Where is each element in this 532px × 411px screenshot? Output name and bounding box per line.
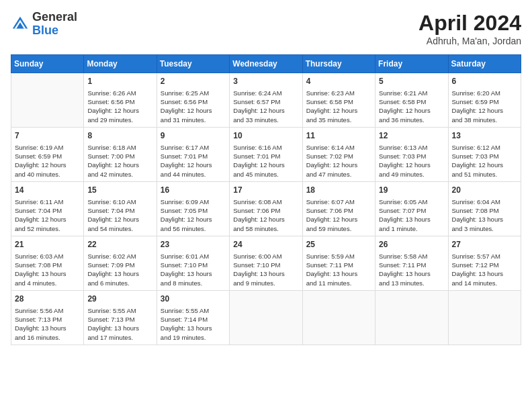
day-number: 9 [161, 130, 226, 142]
day-number: 20 [452, 185, 517, 196]
calendar-cell: 10Sunrise: 6:16 AM Sunset: 7:01 PM Dayli… [230, 127, 302, 181]
day-number: 24 [233, 239, 298, 250]
page-header: General Blue April 2024 Adhruh, Ma'an, J… [11, 11, 521, 46]
day-info: Sunrise: 5:59 AM Sunset: 7:11 PM Dayligh… [306, 252, 371, 287]
day-info: Sunrise: 6:13 AM Sunset: 7:03 PM Dayligh… [379, 143, 444, 179]
calendar-cell [448, 290, 521, 345]
day-of-week-header: Monday [84, 55, 157, 73]
location-text: Adhruh, Ma'an, Jordan [418, 36, 521, 46]
calendar-cell: 11Sunrise: 6:14 AM Sunset: 7:02 PM Dayli… [302, 127, 375, 181]
week-row: 7Sunrise: 6:19 AM Sunset: 6:59 PM Daylig… [11, 127, 521, 181]
day-info: Sunrise: 6:21 AM Sunset: 6:58 PM Dayligh… [379, 89, 444, 124]
day-number: 15 [87, 185, 152, 196]
calendar-cell: 25Sunrise: 5:59 AM Sunset: 7:11 PM Dayli… [302, 236, 375, 290]
calendar-cell: 26Sunrise: 5:58 AM Sunset: 7:11 PM Dayli… [375, 236, 448, 290]
day-number: 7 [15, 130, 80, 142]
month-title: April 2024 [418, 11, 521, 36]
day-number: 17 [233, 185, 298, 196]
day-info: Sunrise: 6:19 AM Sunset: 6:59 PM Dayligh… [15, 143, 80, 179]
calendar-table: SundayMondayTuesdayWednesdayThursdayFrid… [11, 54, 521, 345]
day-number: 23 [161, 239, 226, 250]
day-info: Sunrise: 6:08 AM Sunset: 7:06 PM Dayligh… [233, 197, 298, 233]
day-info: Sunrise: 6:26 AM Sunset: 6:56 PM Dayligh… [87, 89, 152, 124]
header-row: SundayMondayTuesdayWednesdayThursdayFrid… [11, 55, 521, 73]
day-info: Sunrise: 6:23 AM Sunset: 6:58 PM Dayligh… [306, 89, 371, 124]
calendar-cell: 19Sunrise: 6:05 AM Sunset: 7:07 PM Dayli… [375, 181, 448, 236]
calendar-cell [11, 73, 84, 128]
calendar-cell [302, 290, 375, 345]
day-number: 2 [161, 76, 226, 87]
day-info: Sunrise: 6:25 AM Sunset: 6:56 PM Dayligh… [161, 89, 226, 124]
day-of-week-header: Tuesday [157, 55, 229, 73]
day-number: 5 [379, 76, 444, 87]
calendar-cell: 15Sunrise: 6:10 AM Sunset: 7:04 PM Dayli… [84, 181, 157, 236]
calendar-cell: 8Sunrise: 6:18 AM Sunset: 7:00 PM Daylig… [84, 127, 157, 181]
day-info: Sunrise: 6:02 AM Sunset: 7:09 PM Dayligh… [87, 252, 152, 287]
day-number: 3 [233, 76, 298, 87]
week-row: 14Sunrise: 6:11 AM Sunset: 7:04 PM Dayli… [11, 181, 521, 236]
calendar-cell: 20Sunrise: 6:04 AM Sunset: 7:08 PM Dayli… [448, 181, 521, 236]
day-number: 30 [161, 293, 226, 305]
day-number: 1 [87, 76, 152, 87]
week-row: 1Sunrise: 6:26 AM Sunset: 6:56 PM Daylig… [11, 73, 521, 128]
logo: General Blue [11, 11, 77, 38]
day-number: 27 [452, 239, 517, 250]
title-block: April 2024 Adhruh, Ma'an, Jordan [418, 11, 521, 46]
logo-general-text: General [32, 11, 77, 24]
calendar-cell: 1Sunrise: 6:26 AM Sunset: 6:56 PM Daylig… [84, 73, 157, 128]
day-number: 18 [306, 185, 371, 196]
calendar-cell: 21Sunrise: 6:03 AM Sunset: 7:08 PM Dayli… [11, 236, 84, 290]
calendar-cell: 16Sunrise: 6:09 AM Sunset: 7:05 PM Dayli… [157, 181, 229, 236]
calendar-cell: 5Sunrise: 6:21 AM Sunset: 6:58 PM Daylig… [375, 73, 448, 128]
day-of-week-header: Friday [375, 55, 448, 73]
calendar-cell: 30Sunrise: 5:55 AM Sunset: 7:14 PM Dayli… [157, 290, 229, 345]
day-info: Sunrise: 6:17 AM Sunset: 7:01 PM Dayligh… [161, 143, 226, 179]
day-number: 4 [306, 76, 371, 87]
calendar-cell: 18Sunrise: 6:07 AM Sunset: 7:06 PM Dayli… [302, 181, 375, 236]
day-of-week-header: Thursday [302, 55, 375, 73]
week-row: 28Sunrise: 5:56 AM Sunset: 7:13 PM Dayli… [11, 290, 521, 345]
day-info: Sunrise: 6:20 AM Sunset: 6:59 PM Dayligh… [452, 89, 517, 124]
logo-blue-text: Blue [32, 24, 77, 38]
calendar-cell: 28Sunrise: 5:56 AM Sunset: 7:13 PM Dayli… [11, 290, 84, 345]
day-info: Sunrise: 6:09 AM Sunset: 7:05 PM Dayligh… [161, 197, 226, 233]
day-number: 21 [15, 239, 80, 250]
calendar-cell [230, 290, 302, 345]
calendar-cell: 13Sunrise: 6:12 AM Sunset: 7:03 PM Dayli… [448, 127, 521, 181]
calendar-cell: 2Sunrise: 6:25 AM Sunset: 6:56 PM Daylig… [157, 73, 229, 128]
day-info: Sunrise: 6:04 AM Sunset: 7:08 PM Dayligh… [452, 197, 517, 233]
week-row: 21Sunrise: 6:03 AM Sunset: 7:08 PM Dayli… [11, 236, 521, 290]
day-number: 14 [15, 185, 80, 196]
day-info: Sunrise: 6:10 AM Sunset: 7:04 PM Dayligh… [87, 197, 152, 233]
calendar-cell: 29Sunrise: 5:55 AM Sunset: 7:13 PM Dayli… [84, 290, 157, 345]
day-number: 11 [306, 130, 371, 142]
day-info: Sunrise: 6:18 AM Sunset: 7:00 PM Dayligh… [87, 143, 152, 179]
calendar-cell: 4Sunrise: 6:23 AM Sunset: 6:58 PM Daylig… [302, 73, 375, 128]
calendar-cell: 9Sunrise: 6:17 AM Sunset: 7:01 PM Daylig… [157, 127, 229, 181]
day-of-week-header: Wednesday [230, 55, 302, 73]
day-number: 25 [306, 239, 371, 250]
calendar-cell [375, 290, 448, 345]
calendar-cell: 7Sunrise: 6:19 AM Sunset: 6:59 PM Daylig… [11, 127, 84, 181]
calendar-cell: 27Sunrise: 5:57 AM Sunset: 7:12 PM Dayli… [448, 236, 521, 290]
day-number: 19 [379, 185, 444, 196]
calendar-cell: 6Sunrise: 6:20 AM Sunset: 6:59 PM Daylig… [448, 73, 521, 128]
day-number: 29 [87, 293, 152, 305]
day-of-week-header: Sunday [11, 55, 84, 73]
calendar-header: SundayMondayTuesdayWednesdayThursdayFrid… [11, 55, 521, 73]
day-info: Sunrise: 5:58 AM Sunset: 7:11 PM Dayligh… [379, 252, 444, 287]
day-info: Sunrise: 6:07 AM Sunset: 7:06 PM Dayligh… [306, 197, 371, 233]
day-info: Sunrise: 6:03 AM Sunset: 7:08 PM Dayligh… [15, 252, 80, 287]
day-number: 8 [87, 130, 152, 142]
day-info: Sunrise: 6:16 AM Sunset: 7:01 PM Dayligh… [233, 143, 298, 179]
day-info: Sunrise: 5:55 AM Sunset: 7:14 PM Dayligh… [161, 306, 226, 342]
calendar-body: 1Sunrise: 6:26 AM Sunset: 6:56 PM Daylig… [11, 73, 521, 345]
day-number: 28 [15, 293, 80, 305]
calendar-cell: 14Sunrise: 6:11 AM Sunset: 7:04 PM Dayli… [11, 181, 84, 236]
day-info: Sunrise: 5:55 AM Sunset: 7:13 PM Dayligh… [87, 306, 152, 342]
day-number: 6 [452, 76, 517, 87]
calendar-cell: 12Sunrise: 6:13 AM Sunset: 7:03 PM Dayli… [375, 127, 448, 181]
calendar-cell: 17Sunrise: 6:08 AM Sunset: 7:06 PM Dayli… [230, 181, 302, 236]
day-number: 22 [87, 239, 152, 250]
day-info: Sunrise: 6:14 AM Sunset: 7:02 PM Dayligh… [306, 143, 371, 179]
